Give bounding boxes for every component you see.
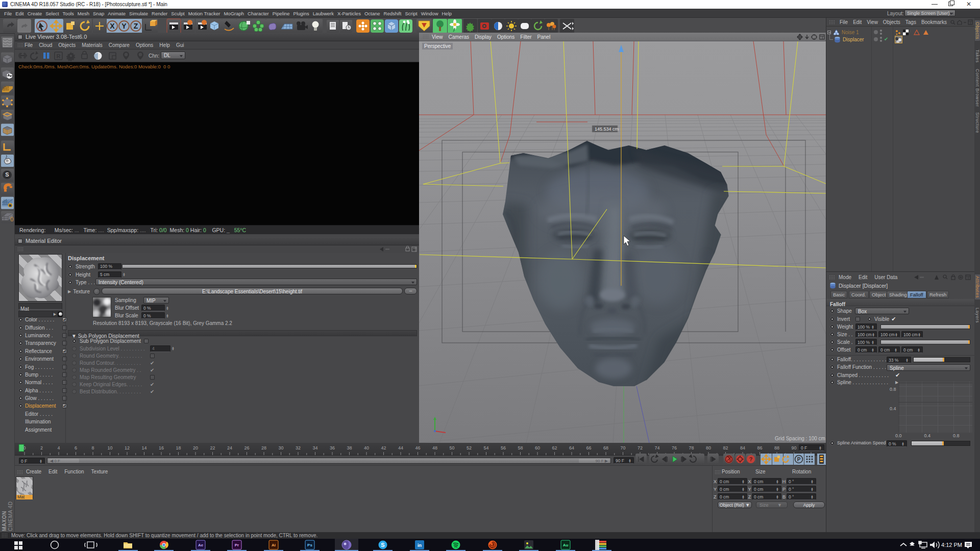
svg-text:28: 28 [261,445,266,450]
svg-text:2: 2 [40,445,43,450]
svg-text:70: 70 [620,445,625,450]
svg-text:4:12 PM: 4:12 PM [941,542,962,548]
svg-text:40: 40 [364,445,369,450]
svg-text:64: 64 [569,445,574,450]
svg-text:48: 48 [432,445,437,450]
svg-text:52: 52 [467,445,472,450]
svg-text:S: S [5,172,9,178]
svg-text:18: 18 [176,445,181,450]
svg-text:76: 76 [672,445,677,450]
svg-text:MAXON: MAXON [2,511,7,531]
svg-text:32: 32 [296,445,301,450]
svg-text:Ps: Ps [307,543,312,547]
svg-text:145.534 cm: 145.534 cm [595,127,619,132]
svg-text:84: 84 [740,445,745,450]
svg-text:(): () [10,216,14,221]
svg-text:Chn:: Chn: [149,53,159,59]
svg-text:6: 6 [75,445,77,450]
svg-text:44: 44 [398,445,403,450]
svg-text:Au: Au [563,543,569,547]
svg-text:34: 34 [312,445,317,450]
svg-text:62: 62 [552,445,557,450]
svg-text:78: 78 [689,445,694,450]
svg-text:56: 56 [501,445,506,450]
svg-text:80: 80 [706,445,711,450]
svg-text:72: 72 [638,445,643,450]
svg-text:90: 90 [791,445,796,450]
svg-text:66: 66 [586,445,591,450]
svg-text:4: 4 [57,445,60,450]
svg-text:?: ? [749,456,753,462]
svg-text:8: 8 [91,445,94,450]
svg-text:14: 14 [141,445,146,450]
svg-text:60: 60 [535,445,540,450]
svg-text:24: 24 [227,445,232,450]
svg-text:Ai: Ai [272,543,276,547]
svg-text:P: P [797,457,801,462]
svg-text:Z: Z [134,22,138,30]
svg-text:50: 50 [449,445,454,450]
svg-text:CINEMA 4D: CINEMA 4D [8,502,13,531]
svg-text:42: 42 [381,445,386,450]
svg-text:88: 88 [774,445,779,450]
svg-text:Pr: Pr [235,543,239,547]
svg-text:16: 16 [159,445,164,450]
svg-text:X: X [110,22,115,30]
svg-text:68: 68 [603,445,608,450]
svg-text:Ae: Ae [198,543,204,547]
svg-text:54: 54 [483,445,488,450]
svg-text:82: 82 [723,445,728,450]
svg-text:22: 22 [210,445,215,450]
svg-text:0: 0 [23,445,26,450]
svg-text:74: 74 [654,445,659,450]
svg-text:Grid Spacing : 100 cm: Grid Spacing : 100 cm [775,436,825,441]
svg-text:R: R [57,53,61,59]
svg-text:S: S [381,542,384,548]
svg-text:20: 20 [193,445,198,450]
svg-text:12: 12 [125,445,130,450]
svg-text:36: 36 [330,445,335,450]
svg-text:46: 46 [415,445,420,450]
svg-text:30: 30 [278,445,283,450]
svg-text:Y: Y [121,22,127,30]
svg-text:10: 10 [107,445,112,450]
svg-text:58: 58 [518,445,523,450]
svg-text:26: 26 [244,445,249,450]
svg-text:38: 38 [347,445,352,450]
svg-text:86: 86 [757,445,762,450]
svg-text:in: in [418,543,422,548]
